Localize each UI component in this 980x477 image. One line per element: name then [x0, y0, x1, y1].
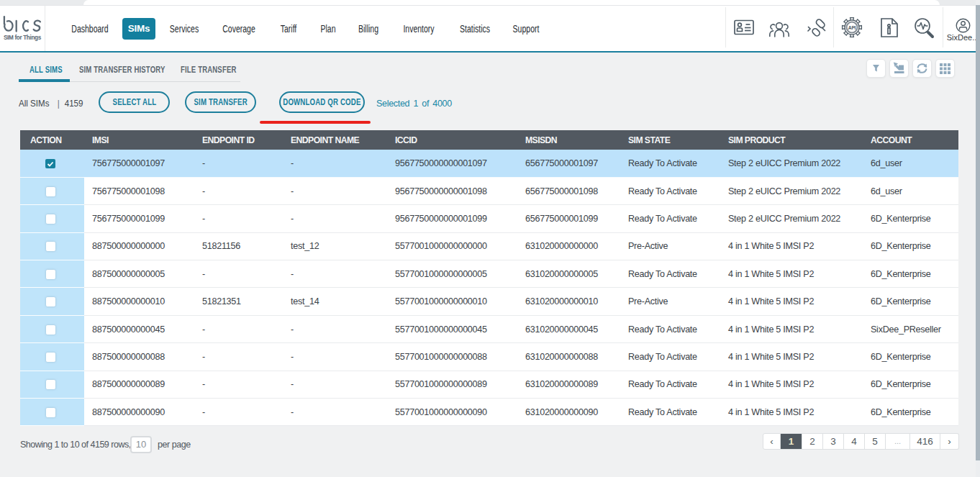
svg-text:API: API [848, 25, 856, 30]
svg-text:SIM for Things: SIM for Things [4, 35, 42, 41]
